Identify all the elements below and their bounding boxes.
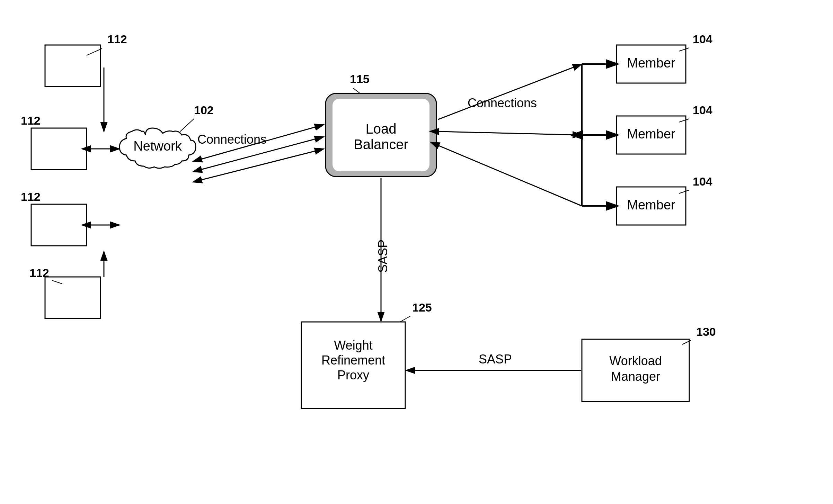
diagram-svg: 112 112 112 112 Network 102 Load Balance…: [0, 0, 833, 504]
svg-text:Load: Load: [366, 121, 397, 136]
svg-text:Refinement: Refinement: [321, 353, 385, 367]
ref-112-bot: 112: [29, 266, 49, 279]
svg-text:Proxy: Proxy: [337, 368, 369, 382]
connections-left-label: Connections: [197, 132, 267, 146]
diagram-container: 112 112 112 112 Network 102 Load Balance…: [0, 0, 833, 504]
svg-line-13: [180, 119, 194, 132]
connections-right-label: Connections: [468, 96, 537, 110]
svg-rect-8: [31, 204, 87, 246]
ref-112-mid-bot: 112: [21, 190, 41, 203]
svg-text:Weight: Weight: [334, 338, 372, 352]
svg-rect-6: [45, 45, 100, 87]
ref-112-mid-top: 112: [21, 114, 41, 127]
svg-text:Member: Member: [627, 127, 675, 141]
svg-text:Member: Member: [627, 198, 675, 212]
svg-rect-7: [31, 128, 87, 170]
svg-line-50: [438, 145, 582, 206]
ref-130: 130: [696, 325, 716, 338]
svg-line-32: [400, 316, 410, 322]
ref-104-top: 104: [693, 33, 712, 46]
svg-line-49: [438, 132, 582, 135]
svg-rect-9: [45, 277, 100, 318]
sasp-horizontal-label: SASP: [479, 352, 512, 366]
svg-text:Workload: Workload: [609, 354, 662, 368]
ref-125: 125: [412, 301, 432, 314]
svg-line-18: [353, 88, 360, 93]
svg-line-48: [438, 64, 582, 119]
ref-115: 115: [350, 72, 370, 86]
svg-text:Manager: Manager: [611, 369, 660, 384]
svg-text:Network: Network: [133, 139, 182, 153]
sasp-vertical-label: SASP: [376, 240, 390, 273]
ref-104-mid: 104: [693, 104, 712, 117]
ref-102: 102: [194, 104, 214, 117]
ref-104-bot: 104: [693, 175, 712, 188]
svg-text:Member: Member: [627, 56, 675, 70]
ref-112-top: 112: [107, 33, 127, 46]
svg-text:Balancer: Balancer: [354, 137, 408, 152]
network-cloud: Network: [119, 128, 196, 168]
